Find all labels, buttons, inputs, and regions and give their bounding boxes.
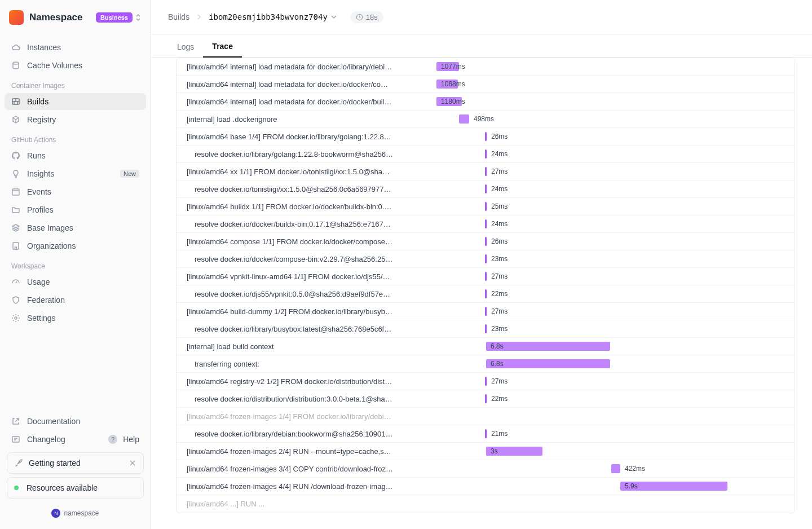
sidebar-item-instances[interactable]: Instances [5, 39, 146, 56]
sidebar-header: Namespace Business [0, 0, 151, 34]
trace-row[interactable]: resolve docker.io/distribution/distribut… [176, 390, 795, 408]
gauge-icon [11, 277, 20, 286]
trace-label: resolve docker.io/tonistiigi/xx:1.5.0@sh… [176, 185, 394, 193]
footer-brand: N namespace [7, 502, 144, 520]
trace-bar [485, 237, 487, 246]
chevron-down-icon[interactable] [331, 15, 337, 19]
label: Registry [27, 115, 56, 124]
sidebar-item-usage[interactable]: Usage [5, 274, 146, 290]
sidebar-item-events[interactable]: Events [5, 183, 146, 200]
sidebar-item-cache-volumes[interactable]: Cache Volumes [5, 57, 146, 74]
trace-row[interactable]: [linux/amd64 internal] load metadata for… [176, 76, 795, 93]
trace-bar-area: 5.9s [394, 478, 795, 495]
getting-started-card[interactable]: Getting started [7, 452, 144, 474]
sidebar-item-documentation[interactable]: Documentation [7, 413, 144, 430]
trace-bar-area: 27ms [394, 268, 795, 285]
footer-label: namespace [64, 509, 99, 517]
trace-row[interactable]: [internal] load .dockerignore498ms [176, 111, 795, 128]
trace-row[interactable]: resolve docker.io/djs55/vpnkit:0.5.0@sha… [176, 285, 795, 303]
tab-trace[interactable]: Trace [203, 36, 242, 58]
trace-row[interactable]: resolve docker.io/library/busybox:latest… [176, 320, 795, 338]
sidebar-item-settings[interactable]: Settings [5, 310, 146, 327]
trace-duration: 23ms [491, 255, 508, 263]
svg-rect-10 [13, 243, 19, 249]
label: Organizations [27, 241, 76, 250]
trace-label: [linux/amd64 frozen-images 1/4] FROM doc… [176, 412, 394, 421]
trace-bar [611, 464, 620, 473]
trace-row[interactable]: [linux/amd64 xx 1/1] FROM docker.io/toni… [176, 163, 795, 180]
trace-row[interactable]: [linux/amd64 compose 1/1] FROM docker.io… [176, 233, 795, 250]
trace-row[interactable]: resolve docker.io/docker/buildx-bin:0.17… [176, 215, 795, 233]
trace-row[interactable]: [linux/amd64 internal] load metadata for… [176, 58, 795, 76]
trace-row[interactable]: [linux/amd64 frozen-images 1/4] FROM doc… [176, 408, 795, 425]
trace-row[interactable]: resolve docker.io/tonistiigi/xx:1.5.0@sh… [176, 180, 795, 198]
trace-bar-area [394, 495, 795, 513]
sidebar-item-registry[interactable]: Registry [5, 111, 146, 128]
tab-logs[interactable]: Logs [168, 37, 203, 57]
label: Settings [27, 314, 56, 323]
trace-label: resolve docker.io/library/golang:1.22.8-… [176, 150, 394, 158]
sidebar-item-organizations[interactable]: Organizations [5, 237, 146, 254]
sidebar-item-federation[interactable]: Federation [5, 292, 146, 308]
label: Federation [27, 296, 65, 305]
trace-label: [linux/amd64 frozen-images 3/4] COPY con… [176, 465, 394, 473]
trace-row[interactable]: [linux/amd64 build-dummy 1/2] FROM docke… [176, 303, 795, 320]
sidebar-item-base-images[interactable]: Base Images [5, 219, 146, 236]
trace-row[interactable]: [linux/amd64 buildx 1/1] FROM docker.io/… [176, 198, 795, 215]
external-link-icon [11, 417, 20, 426]
sidebar-section-title: GitHub Actions [5, 129, 146, 147]
label: Insights [27, 169, 54, 178]
trace-duration: 26ms [491, 237, 508, 245]
plan-switcher[interactable]: Business [96, 12, 133, 23]
app-logo [9, 10, 24, 25]
svg-rect-15 [15, 247, 17, 249]
trace-row[interactable]: resolve docker.io/docker/compose-bin:v2.… [176, 250, 795, 268]
breadcrumb-build-id[interactable]: ibom20esmjibb34bwvonz704y [209, 12, 328, 21]
sidebar-item-profiles[interactable]: Profiles [5, 201, 146, 218]
breadcrumb-root[interactable]: Builds [168, 12, 189, 21]
trace-bar-area: 22ms [394, 390, 795, 407]
trace-duration: 5.9s [623, 482, 638, 490]
trace-bar-area: 22ms [394, 285, 795, 302]
trace-bar-area: 27ms [394, 163, 795, 180]
trace-row[interactable]: resolve docker.io/library/golang:1.22.8-… [176, 146, 795, 163]
sidebar-item-builds[interactable]: Builds [5, 93, 146, 110]
sidebar-item-changelog[interactable]: Changelog [7, 431, 108, 448]
trace-duration: 1068ms [439, 80, 465, 88]
trace-row[interactable]: transferring context:6.8s [176, 355, 795, 373]
trace-row[interactable]: [linux/amd64 frozen-images 4/4] RUN /dow… [176, 478, 795, 495]
trace-bar-area: 27ms [394, 373, 795, 390]
trace-row[interactable]: [linux/amd64 registry-v2 1/2] FROM docke… [176, 373, 795, 390]
label: Runs [27, 151, 46, 160]
trace-bar-area: 1077ms [394, 58, 795, 75]
sidebar-item-insights[interactable]: InsightsNew [5, 165, 146, 182]
trace-duration: 27ms [491, 377, 508, 385]
trace-label: [linux/amd64 build-dummy 1/2] FROM docke… [176, 307, 394, 316]
resources-card[interactable]: Resources available [7, 477, 144, 499]
trace-row[interactable]: [linux/amd64 base 1/4] FROM docker.io/li… [176, 128, 795, 146]
trace-row[interactable]: [linux/amd64 internal] load metadata for… [176, 93, 795, 111]
cal-icon [11, 187, 20, 196]
svg-line-16 [16, 281, 17, 283]
trace-row[interactable]: [internal] load build context6.8s [176, 338, 795, 355]
folder-icon [11, 205, 20, 214]
trace-row[interactable]: [linux/amd64 frozen-images 3/4] COPY con… [176, 460, 795, 478]
duration-value: 18s [366, 13, 378, 21]
trace-bar [485, 429, 487, 438]
close-icon[interactable] [129, 459, 136, 467]
sidebar-item-runs[interactable]: Runs [5, 147, 146, 164]
trace-bar [485, 289, 487, 298]
trace-row[interactable]: [linux/amd64 frozen-images 2/4] RUN --mo… [176, 443, 795, 460]
trace-label: [linux/amd64 frozen-images 4/4] RUN /dow… [176, 482, 394, 491]
trace-bar-area [394, 408, 795, 425]
trace-bar-area: 1180ms [394, 93, 795, 110]
shield-icon [11, 296, 20, 305]
cube-icon [11, 115, 20, 124]
plan-chevron-icon[interactable] [135, 14, 142, 21]
label: Documentation [27, 417, 80, 426]
trace-row[interactable]: resolve docker.io/library/debian:bookwor… [176, 425, 795, 443]
sidebar-item-help[interactable]: ? Help [108, 431, 144, 448]
trace-row[interactable]: [linux/amd64 ...] RUN ... [176, 495, 795, 513]
trace-row[interactable]: [linux/amd64 vpnkit-linux-amd64 1/1] FRO… [176, 268, 795, 285]
svg-point-21 [19, 461, 20, 462]
